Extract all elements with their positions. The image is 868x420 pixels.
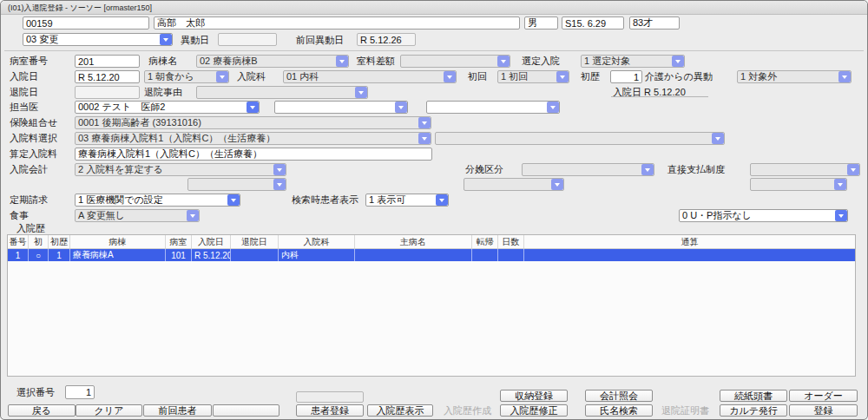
chevron-down-icon[interactable]	[556, 71, 569, 82]
insurance-label: 保険組合せ	[10, 117, 57, 128]
dept-select[interactable]: 01 内科	[283, 70, 457, 83]
selected-adm-select[interactable]: 1 選定対象	[581, 55, 685, 68]
patient-birthdate-field: S15. 6.29	[562, 16, 624, 30]
back-button[interactable]: 戻る	[8, 404, 76, 417]
chevron-down-icon[interactable]	[187, 210, 199, 221]
order-button[interactable]: オーダー	[789, 390, 858, 402]
patient-name-field[interactable]: 高部 太郎	[154, 16, 520, 30]
room-no-field[interactable]: 201	[75, 55, 140, 68]
register-button[interactable]: 登録	[789, 404, 858, 417]
clear-button[interactable]: クリア	[76, 404, 142, 417]
account-inquiry-button[interactable]: 会計照会	[585, 390, 653, 402]
table-row-selected[interactable]: 1 ○ 1 療養病棟A 101 R 5.12.20 内科	[8, 249, 855, 261]
col-header: 日数	[498, 235, 524, 248]
first-hist-field[interactable]: 1	[610, 70, 642, 83]
prev-patient-button[interactable]: 前回患者	[143, 404, 212, 417]
search-disp-label: 検索時患者表示	[292, 194, 358, 206]
chevron-down-icon[interactable]	[418, 133, 431, 144]
chevron-down-icon[interactable]	[273, 164, 286, 175]
chevron-down-icon[interactable]	[641, 164, 654, 175]
adm-fee-select[interactable]: 03 療養病棟入院料1（入院料C）（生活療養）	[75, 132, 431, 145]
chevron-down-icon[interactable]	[444, 71, 456, 82]
chevron-down-icon[interactable]	[227, 194, 240, 206]
care-move-select[interactable]: 1 対象外	[737, 70, 852, 83]
meal-label: 食事	[10, 210, 29, 221]
patient-age-field: 83才	[629, 16, 680, 30]
admission-history-table[interactable]: 番号 初 初歴 病棟 病室 入院日 退院日 入院科 主病名 転帰 日数 通算 1…	[7, 234, 856, 377]
selected-adm-label: 選定入院	[522, 56, 560, 67]
chevron-down-icon[interactable]	[436, 194, 448, 206]
meal-start-select[interactable]: 1 朝食から	[144, 70, 229, 83]
chevron-down-icon[interactable]	[672, 56, 684, 67]
chevron-down-icon[interactable]	[847, 164, 859, 175]
direct-pay-select[interactable]	[750, 163, 860, 176]
prev-move-date-field: R 5.12.26	[357, 33, 416, 46]
chevron-down-icon[interactable]	[418, 117, 431, 128]
chevron-down-icon[interactable]	[336, 56, 348, 67]
direct-pay2-select[interactable]	[750, 178, 847, 191]
blank-left-button[interactable]	[213, 404, 279, 417]
col-header: 初歴	[49, 235, 70, 248]
calc-fee-field: 療養病棟入院料1（入院料C）（生活療養）	[75, 148, 432, 161]
discharge-date-field[interactable]	[75, 86, 140, 99]
periodic-select[interactable]: 1 医療機関での設定	[75, 194, 240, 207]
chevron-down-icon[interactable]	[216, 71, 228, 82]
receipt-register-button[interactable]: 収納登録	[500, 390, 568, 402]
adm-fee-select2[interactable]	[435, 132, 725, 145]
chevron-down-icon[interactable]	[838, 71, 851, 82]
discharge-reason-label: 退院事由	[144, 87, 182, 98]
patient-sex-field: 男	[524, 16, 558, 30]
move-date-field[interactable]	[218, 33, 277, 46]
patient-id-field[interactable]: 00159	[23, 16, 149, 30]
meal-select[interactable]: A 変更無し	[75, 209, 200, 222]
chevron-down-icon[interactable]	[273, 179, 286, 190]
history-edit-button[interactable]: 入院歴修正	[500, 404, 568, 417]
chevron-down-icon[interactable]	[395, 102, 407, 113]
col-header: 番号	[8, 235, 29, 248]
app-window: (I01)入退院登録 - ソーソー [ormaster150] 00159 高部…	[0, 0, 868, 420]
adm-account-label: 入院会計	[10, 164, 48, 175]
chevron-down-icon[interactable]	[712, 133, 724, 144]
adm-account-select[interactable]: 2 入院料を算定する	[75, 163, 286, 176]
separator	[4, 50, 864, 51]
discharge-date-label: 退院日	[10, 87, 38, 98]
blank-top-button[interactable]	[296, 391, 364, 403]
continuation-paper-button[interactable]: 続紙頭書	[720, 390, 787, 402]
col-header: 退院日	[231, 235, 279, 248]
chevron-down-icon[interactable]	[355, 87, 367, 98]
history-label: 入院歴	[16, 223, 45, 234]
doctor-select[interactable]: 0002 テスト 医師2	[75, 101, 260, 114]
col-header: 入院日	[192, 235, 231, 248]
delivery2-select[interactable]	[464, 178, 564, 191]
change-mode-select[interactable]: 03 変更	[23, 33, 173, 46]
first-select[interactable]: 1 初回	[497, 70, 569, 83]
search-disp-select[interactable]: 1 表示可	[365, 194, 449, 207]
adm-date-field[interactable]: R 5.12.20	[75, 70, 140, 83]
insurance-select[interactable]: 0001 後期高齢者 (39131016)	[75, 116, 431, 129]
doctor2-select[interactable]	[274, 101, 408, 114]
col-header: 初	[29, 235, 49, 248]
chevron-down-icon[interactable]	[160, 34, 172, 45]
adm-account2-select[interactable]	[187, 178, 286, 191]
dept-label: 入院科	[237, 71, 266, 82]
history-show-button[interactable]: 入院歴表示	[367, 404, 433, 417]
patient-register-button[interactable]: 患者登録	[296, 404, 364, 417]
chevron-down-icon[interactable]	[835, 210, 847, 221]
col-header: 病棟	[70, 235, 166, 248]
chevron-down-icon[interactable]	[551, 179, 563, 190]
up-inst-select[interactable]: 0 U・P指示なし	[679, 209, 848, 222]
chevron-down-icon[interactable]	[834, 179, 846, 190]
note-underline	[611, 84, 708, 97]
selection-no-field[interactable]: 1	[65, 385, 95, 399]
col-header: 主病名	[355, 235, 472, 248]
name-search-button[interactable]: 氏名検索	[585, 404, 653, 417]
discharge-reason-select[interactable]	[196, 86, 368, 99]
karte-issue-button[interactable]: カルテ発行	[720, 404, 787, 417]
doctor3-select[interactable]	[426, 101, 560, 114]
delivery-select[interactable]	[522, 163, 654, 176]
ward-select[interactable]: 02 療養病棟B	[196, 55, 349, 68]
chevron-down-icon[interactable]	[497, 56, 510, 67]
chevron-down-icon[interactable]	[247, 102, 259, 113]
room-charge-select[interactable]	[400, 55, 510, 68]
chevron-down-icon[interactable]	[547, 102, 559, 113]
